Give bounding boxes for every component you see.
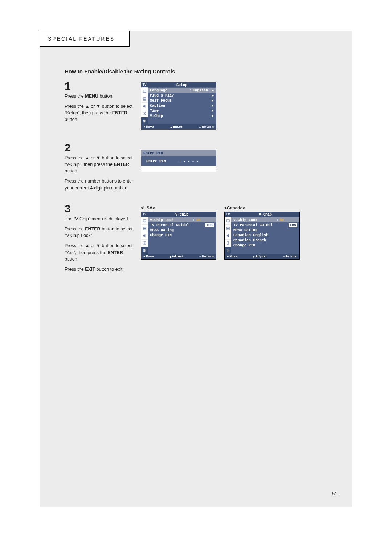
step-2: 2 Press the ▲ or ▼ button to select “V-C…: [65, 142, 136, 195]
menu-row: V-Chip Lock : No: [148, 217, 216, 222]
step-number: 1: [65, 81, 136, 91]
osd-tv-label: TV: [141, 212, 148, 217]
svg-rect-29: [227, 222, 229, 222]
svg-marker-34: [226, 234, 229, 237]
svg-point-11: [143, 120, 144, 121]
menu-row-label: Language: [150, 89, 189, 93]
pin-footer: [141, 166, 216, 172]
sound-icon: [141, 224, 148, 232]
down-arrow-icon: ▼: [96, 243, 101, 248]
setup-icon: [225, 247, 231, 254]
svg-rect-1: [144, 93, 145, 93]
step-number: 2: [65, 142, 136, 153]
footer-adjust: ◆Adjust: [170, 255, 184, 259]
osd-footer: ♦Move ◆Adjust ▭Return: [225, 254, 299, 259]
menu-row-label: Time: [150, 109, 210, 113]
up-arrow-icon: ▲: [85, 104, 89, 109]
menu-row-value: No: [195, 218, 214, 222]
menu-row: Canadian French: [231, 238, 299, 243]
speaker-icon: [141, 232, 148, 239]
footer-return: ▭Return: [283, 255, 297, 259]
picture-icon: [141, 217, 148, 224]
picture-icon: [141, 87, 148, 95]
menu-row-value: No: [278, 218, 297, 222]
osd-title: V-Chip: [231, 212, 299, 217]
footer-adjust: ◆Adjust: [253, 255, 268, 259]
menu-row: Time▶: [148, 108, 216, 113]
caret-right-icon: ▶: [210, 114, 214, 118]
osd-side-icons: [141, 87, 148, 124]
osd-vchip-canada: TV V-Chip V-Chip Lock : NoTV Parental Gu…: [224, 212, 300, 260]
svg-point-39: [226, 249, 227, 250]
osd-tv-label: TV: [225, 212, 231, 217]
page-title: How to Enable/Disable the Rating Control…: [65, 68, 175, 74]
caret-right-icon: ▶: [210, 103, 214, 108]
menu-row-value: Yes: [289, 223, 297, 227]
hourglass-icon: [141, 110, 148, 117]
step-3: 3 The “V-Chip” menu is displayed. Press …: [65, 203, 136, 276]
pin-value: : - - - -: [179, 159, 199, 163]
svg-marker-21: [143, 242, 146, 244]
footer-move: ♦Move: [143, 125, 154, 129]
menu-row-label: Change PIN: [233, 244, 297, 248]
menu-row: TV Parental GuidelYes: [148, 222, 216, 228]
footer-return: ▭Return: [199, 125, 214, 129]
speaker-icon: [141, 102, 148, 110]
osd-enter-pin: Enter PIN Enter PIN : - - - -: [141, 150, 216, 170]
step-instructions: Press the ▲ or ▼ button to select “V-Chi…: [65, 155, 136, 191]
footer-return: ▭Return: [199, 255, 214, 259]
menu-row-label: MPAA Rating: [233, 228, 297, 232]
menu-row-label: Plug & Play: [150, 94, 210, 98]
svg-point-13: [145, 120, 146, 121]
menu-row: V-Chip▶: [148, 113, 216, 118]
osd-title: Setup: [148, 82, 216, 87]
pin-header: Enter PIN: [141, 150, 216, 156]
menu-row-label: TV Parental Guidel: [150, 223, 205, 227]
svg-marker-7: [143, 112, 146, 115]
down-arrow-icon: ▼: [96, 155, 101, 160]
hourglass-icon: [141, 239, 148, 246]
svg-point-40: [228, 250, 228, 251]
step-1: 1 Press the MENU button. Press the ▲ or …: [65, 81, 136, 127]
menu-row-label: V-Chip Lock: [233, 218, 276, 222]
caret-right-icon: ▶: [210, 109, 214, 113]
caret-right-icon: ▶: [210, 98, 214, 103]
svg-marker-6: [143, 105, 145, 108]
svg-rect-28: [226, 220, 229, 222]
menu-row: TV Parental GuidelYes: [231, 222, 299, 228]
osd-footer: ♦Move ↵Enter ▭Return: [141, 124, 216, 130]
sound-icon: [141, 95, 148, 102]
hourglass-icon: [225, 239, 231, 246]
menu-row: Language : English▶: [148, 88, 216, 93]
menu-row-label: TV Parental Guidel: [233, 223, 289, 227]
osd-side-icons: [225, 217, 231, 254]
menu-row: Caption▶: [148, 103, 216, 108]
footer-enter: ↵Enter: [170, 125, 183, 129]
menu-row-label: V-Chip Lock: [150, 218, 193, 222]
menu-row: Change PIN: [148, 233, 216, 238]
picture-icon: [225, 217, 231, 224]
osd-vchip-usa: TV V-Chip V-Chip Lock : NoTV Parental Gu…: [141, 212, 216, 260]
svg-point-26: [144, 250, 145, 251]
osd-footer: ♦Move ◆Adjust ▭Return: [141, 254, 216, 259]
osd-title: V-Chip: [148, 212, 216, 217]
manual-page: SPECIAL FEATURES How to Enable/Disable t…: [40, 31, 352, 507]
menu-row-value: English: [191, 89, 210, 93]
menu-row: Canadian English: [231, 233, 299, 238]
pin-body: Enter PIN : - - - -: [141, 156, 216, 166]
speaker-icon: [225, 232, 231, 239]
caret-right-icon: ▶: [210, 88, 214, 93]
menu-row: Self Focus▶: [148, 98, 216, 103]
menu-row-label: Caption: [150, 104, 210, 108]
menu-row-label: Canadian English: [233, 233, 297, 237]
menu-row: MPAA Rating: [231, 228, 299, 233]
osd-vchip-list: V-Chip Lock : NoTV Parental GuidelYesMPA…: [148, 217, 216, 254]
svg-point-27: [145, 250, 146, 250]
footer-move: ♦Move: [227, 255, 237, 258]
up-arrow-icon: ▲: [85, 243, 89, 248]
osd-side-icons: [141, 217, 148, 254]
down-arrow-icon: ▼: [96, 104, 101, 109]
region-label-usa: <USA>: [141, 205, 155, 211]
svg-point-41: [229, 250, 229, 250]
menu-row-label: V-Chip: [150, 114, 210, 118]
